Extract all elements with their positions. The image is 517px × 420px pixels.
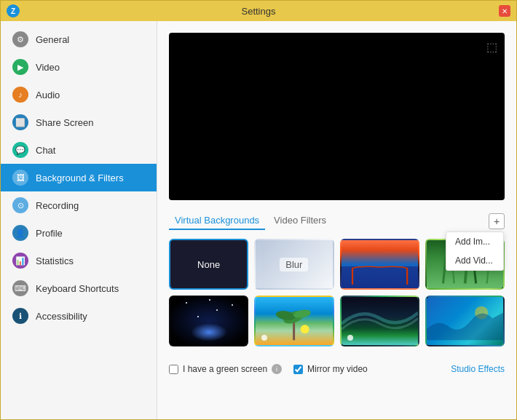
background-none[interactable]: None <box>169 239 248 290</box>
mirror-video-checkbox[interactable] <box>293 365 303 374</box>
background-filters-label: Background & Filters <box>36 173 124 183</box>
camera-icon: ⬚ <box>486 40 497 54</box>
settings-window: Z Settings ✕ ⚙General▶Video♪Audio⬜Share … <box>0 0 517 420</box>
general-label: General <box>36 34 69 45</box>
video-icon: ▶ <box>12 59 28 75</box>
sidebar-item-background-filters[interactable]: 🖼Background & Filters <box>1 164 157 191</box>
sidebar-item-share-screen[interactable]: ⬜Share Screen <box>1 108 157 136</box>
audio-icon: ♪ <box>12 87 28 103</box>
green-screen-checkbox-item: I have a green screen i <box>169 364 282 374</box>
chat-label: Chat <box>36 145 55 156</box>
background-blur[interactable]: Blur <box>254 239 334 290</box>
background-aurora[interactable] <box>340 296 419 346</box>
mirror-video-label: Mirror my video <box>307 364 368 374</box>
general-icon: ⚙ <box>12 31 28 47</box>
profile-icon: 👤 <box>12 225 28 241</box>
green-screen-label: I have a green screen <box>183 364 267 374</box>
sidebar-item-audio[interactable]: ♪Audio <box>1 81 157 108</box>
main-panel: ⬚ Virtual Backgrounds Video Filters + Ad… <box>157 21 516 419</box>
content-area: ⚙General▶Video♪Audio⬜Share Screen💬Chat🖼B… <box>1 21 516 419</box>
sidebar-item-general[interactable]: ⚙General <box>1 25 157 53</box>
none-label: None <box>197 259 220 270</box>
sidebar-item-keyboard-shortcuts[interactable]: ⌨Keyboard Shortcuts <box>1 274 157 302</box>
tab-virtual-backgrounds[interactable]: Virtual Backgrounds <box>169 212 265 230</box>
window-title: Settings <box>242 6 276 17</box>
app-icon: Z <box>7 4 20 17</box>
share-screen-icon: ⬜ <box>12 114 28 130</box>
sidebar-item-profile[interactable]: 👤Profile <box>1 219 157 247</box>
statistics-label: Statistics <box>36 255 74 266</box>
sidebar-item-video[interactable]: ▶Video <box>1 53 157 81</box>
background-beach[interactable] <box>254 296 334 346</box>
recording-icon: ⊙ <box>12 197 28 213</box>
green-screen-info-icon[interactable]: i <box>272 364 282 374</box>
sidebar-item-recording[interactable]: ⊙Recording <box>1 191 157 219</box>
statistics-icon: 📊 <box>12 253 28 269</box>
tabs-row: Virtual Backgrounds Video Filters + Add … <box>169 212 505 230</box>
sidebar-item-accessibility[interactable]: ℹAccessibility <box>1 302 157 330</box>
keyboard-shortcuts-label: Keyboard Shortcuts <box>36 283 119 294</box>
background-filters-icon: 🖼 <box>12 170 28 186</box>
add-dropdown: Add Im... Add Vid... <box>446 231 504 271</box>
keyboard-shortcuts-icon: ⌨ <box>12 280 28 296</box>
green-screen-checkbox[interactable] <box>169 365 178 374</box>
mirror-video-checkbox-item: Mirror my video <box>293 364 368 374</box>
add-video-item[interactable]: Add Vid... <box>446 251 503 270</box>
add-background-button[interactable]: + Add Im... Add Vid... <box>489 213 505 229</box>
title-bar: Z Settings ✕ <box>1 1 516 21</box>
profile-label: Profile <box>36 228 63 239</box>
svg-point-11 <box>301 325 309 333</box>
footer-row: I have a green screen i Mirror my video … <box>169 358 505 374</box>
share-screen-label: Share Screen <box>36 117 94 128</box>
recording-label: Recording <box>36 200 79 211</box>
accessibility-label: Accessibility <box>36 311 87 322</box>
close-button[interactable]: ✕ <box>499 5 510 17</box>
studio-effects-link[interactable]: Studio Effects <box>451 364 505 374</box>
video-label: Video <box>36 62 60 73</box>
background-space[interactable] <box>169 296 248 346</box>
chat-icon: 💬 <box>12 142 28 158</box>
sidebar-item-chat[interactable]: 💬Chat <box>1 136 157 164</box>
background-bridge[interactable] <box>340 239 419 290</box>
tab-video-filters[interactable]: Video Filters <box>268 212 332 230</box>
sidebar-item-statistics[interactable]: 📊Statistics <box>1 247 157 274</box>
add-image-item[interactable]: Add Im... <box>446 232 503 251</box>
video-preview: ⬚ <box>169 33 505 200</box>
accessibility-icon: ℹ <box>12 308 28 324</box>
background-extreme[interactable] <box>425 296 505 346</box>
sidebar: ⚙General▶Video♪Audio⬜Share Screen💬Chat🖼B… <box>1 21 157 419</box>
blur-label: Blur <box>280 258 308 272</box>
audio-label: Audio <box>36 90 60 100</box>
